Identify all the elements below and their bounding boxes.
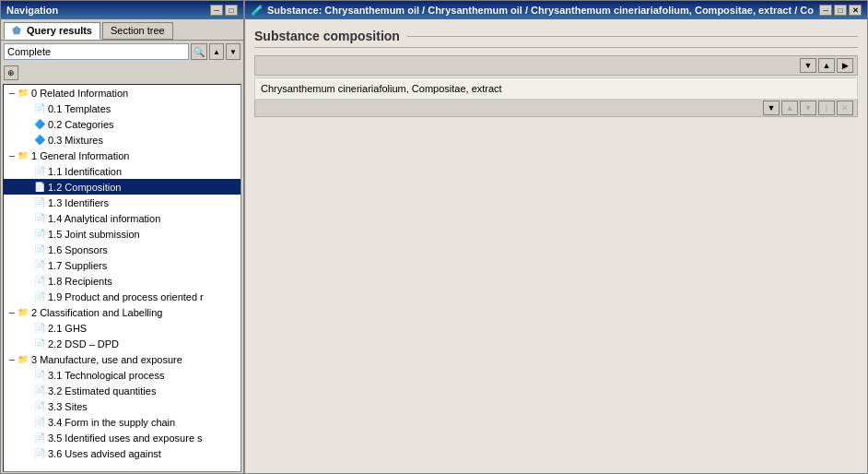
folder-classification-icon: 📁	[17, 306, 29, 319]
tree-item-manufacture[interactable]: ─ 📁 3 Manufacture, use and exposure	[4, 351, 240, 367]
tab-section-tree[interactable]: Section tree	[102, 22, 173, 40]
row-move-down-icon: ▼	[804, 103, 813, 113]
tab-query-results-icon: ⬟	[12, 25, 21, 36]
doc-ghs-icon: 📄	[33, 322, 46, 335]
tree-item-dsd[interactable]: 📄 2.2 DSD – DPD	[4, 336, 240, 351]
tree-item-uses-advised[interactable]: 📄 3.6 Uses advised against	[4, 445, 240, 461]
tree-item-mixtures[interactable]: 🔷 0.3 Mixtures	[4, 132, 240, 148]
special-categories-icon: 🔷	[33, 118, 46, 131]
composition-entry-row[interactable]: Chrysanthemum cineriariafolium, Composit…	[254, 77, 858, 100]
tree-item-composition[interactable]: 📄 1.2 Composition	[4, 179, 240, 195]
tree-item-sites[interactable]: 📄 3.3 Sites	[4, 398, 240, 414]
scroll-up-button[interactable]: ▲	[209, 43, 224, 60]
doc-technological-icon: 📄	[33, 369, 46, 382]
chevron-up-icon: ▲	[213, 48, 220, 56]
doc-templates-icon: 📄	[33, 102, 46, 115]
main-titlebar: 🧪 Substance: Chrysanthemum oil / Chrysan…	[245, 1, 867, 19]
expand-classification-icon: ─	[7, 308, 17, 317]
tree-item-form[interactable]: 📄 3.4 Form in the supply chain	[4, 414, 240, 430]
scroll-down-button[interactable]: ▼	[226, 43, 240, 60]
tree-item-related[interactable]: ─ 📁 0 Related Information	[4, 85, 240, 101]
spacer-icon6	[24, 198, 33, 207]
nav-maximize-button[interactable]: □	[225, 5, 238, 16]
spacer-icon5	[24, 183, 33, 192]
row-delete-button[interactable]: ✕	[837, 101, 853, 115]
tree-item-templates[interactable]: 📄 0.1 Templates	[4, 101, 240, 116]
doc-estimated-icon: 📄	[33, 385, 46, 397]
row-up-icon: ▲	[786, 103, 794, 113]
doc-form-icon: 📄	[33, 416, 46, 429]
spacer-icon8	[24, 230, 33, 239]
doc-sites-icon: 📄	[33, 400, 46, 413]
up-icon: ▲	[823, 61, 831, 70]
search-row: 🔍 ▲ ▼	[1, 41, 243, 63]
comp-toolbar-right-button[interactable]: ▶	[837, 58, 853, 73]
search-input[interactable]	[4, 43, 189, 60]
tree-item-identification[interactable]: 📄 1.1 Identification	[4, 163, 240, 179]
tab-query-results[interactable]: ⬟ Query results	[4, 22, 100, 40]
tree-item-recipients[interactable]: 📄 1.8 Recipients	[4, 273, 240, 289]
tree-item-ghs[interactable]: 📄 2.1 GHS	[4, 320, 240, 336]
folder-related-icon: 📁	[17, 87, 29, 100]
search-icon: 🔍	[194, 47, 205, 57]
tree-item-joint[interactable]: 📄 1.5 Joint submission	[4, 226, 240, 242]
expand-general-icon: ─	[7, 151, 17, 160]
down-icon: ▼	[804, 61, 813, 70]
spacer-icon11	[24, 277, 33, 286]
main-close-button[interactable]: ✕	[849, 5, 862, 16]
spacer-icon17	[24, 402, 33, 411]
spacer-icon4	[24, 167, 33, 176]
tree-item-categories[interactable]: 🔷 0.2 Categories	[4, 116, 240, 132]
section-title: Substance composition	[254, 29, 858, 48]
folder-manufacture-icon: 📁	[17, 353, 29, 366]
tree-item-identifiers[interactable]: 📄 1.3 Identifiers	[4, 195, 240, 210]
doc-identified-icon: 📄	[33, 432, 46, 444]
tree-item-identified[interactable]: 📄 3.5 Identified uses and exposure s	[4, 430, 240, 445]
plus-icon: ⊕	[7, 68, 15, 77]
main-panel: 🧪 Substance: Chrysanthemum oil / Chrysan…	[244, 0, 868, 474]
spacer-icon10	[24, 261, 33, 270]
composition-row-toolbar: ▼ ▲ ▼ | ✕	[254, 100, 858, 117]
spacer-icon12	[24, 292, 33, 302]
row-delete-icon: ✕	[841, 103, 849, 113]
main-minimize-button[interactable]: ─	[819, 5, 832, 16]
tree-item-sponsors[interactable]: 📄 1.6 Sponsors	[4, 242, 240, 257]
tree-item-analytical[interactable]: 📄 1.4 Analytical information	[4, 210, 240, 226]
search-button[interactable]: 🔍	[191, 43, 207, 60]
comp-toolbar-down-button[interactable]: ▼	[800, 58, 816, 73]
spacer-icon14	[24, 339, 33, 349]
tree-item-product[interactable]: 📄 1.9 Product and process oriented r	[4, 289, 240, 304]
folder-general-icon: 📁	[17, 149, 29, 162]
main-maximize-button[interactable]: □	[834, 5, 847, 16]
comp-toolbar-up-button[interactable]: ▲	[818, 58, 835, 73]
expand-manufacture-icon: ─	[7, 355, 17, 364]
right-icon: ▶	[842, 61, 849, 70]
tree-item-technological[interactable]: 📄 3.1 Technological process	[4, 367, 240, 383]
row-separator: |	[818, 101, 835, 115]
main-content: Substance composition ▼ ▲ ▶ Chrysanthemu…	[245, 19, 867, 473]
spacer-icon20	[24, 449, 33, 458]
spacer-icon19	[24, 433, 33, 443]
tree-item-estimated[interactable]: 📄 3.2 Estimated quantities	[4, 383, 240, 398]
tree-item-suppliers[interactable]: 📄 1.7 Suppliers	[4, 257, 240, 273]
tree-area[interactable]: ─ 📁 0 Related Information 📄 0.1 Template…	[3, 84, 241, 472]
nav-minimize-button[interactable]: ─	[210, 5, 223, 16]
doc-dsd-icon: 📄	[33, 338, 46, 350]
navigation-panel: Navigation ─ □ ⬟ Query results Section t…	[0, 0, 244, 474]
doc-identifiers-icon: 📄	[33, 196, 46, 209]
add-item-button[interactable]: ⊕	[4, 65, 18, 80]
nav-window-controls: ─ □	[210, 5, 238, 16]
main-title: Substance: Chrysanthemum oil / Chrysanth…	[267, 5, 814, 16]
spacer-icon13	[24, 324, 33, 333]
doc-sponsors-icon: 📄	[33, 243, 46, 256]
row-move-down-button[interactable]: ▼	[800, 101, 816, 115]
doc-uses-advised-icon: 📄	[33, 447, 46, 460]
doc-joint-icon: 📄	[33, 228, 46, 241]
tree-item-classification[interactable]: ─ 📁 2 Classification and Labelling	[4, 304, 240, 320]
substance-icon: 🧪	[251, 5, 264, 17]
tree-item-general[interactable]: ─ 📁 1 General Information	[4, 148, 240, 163]
row-down-button[interactable]: ▼	[763, 101, 780, 115]
composition-section-toolbar: ▼ ▲ ▶	[254, 55, 858, 76]
expand-related-icon: ─	[7, 89, 17, 98]
row-up-button[interactable]: ▲	[781, 101, 798, 115]
